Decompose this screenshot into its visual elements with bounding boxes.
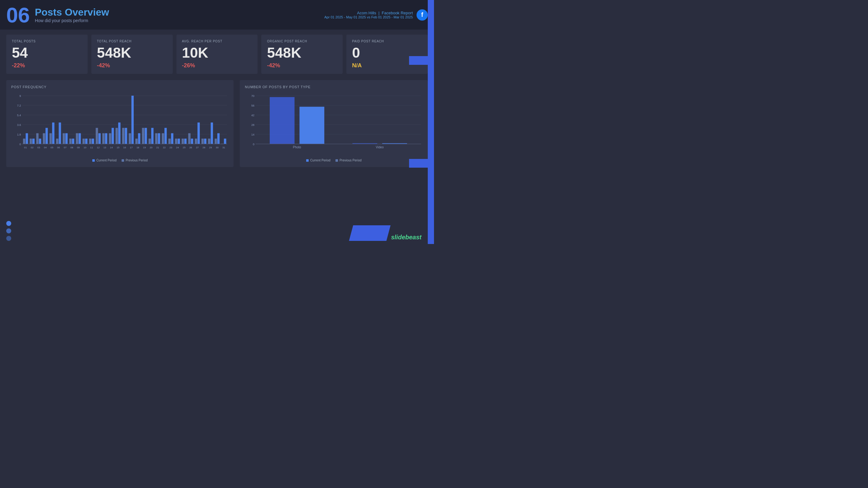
svg-rect-12	[23, 139, 25, 144]
svg-rect-75	[162, 133, 164, 144]
type-legend-current-dot	[306, 159, 309, 162]
metric-card-total-post-reach: TOTAL POST REACH 548K -42%	[91, 35, 173, 74]
svg-rect-69	[149, 139, 151, 144]
metric-value: 548K	[97, 45, 167, 60]
deco-right-bar	[428, 0, 434, 244]
svg-text:17: 17	[130, 146, 132, 149]
svg-rect-118	[270, 97, 294, 144]
svg-rect-15	[30, 139, 32, 144]
type-legend-previous-label: Previous Period	[340, 159, 362, 162]
svg-text:15: 15	[117, 146, 119, 149]
svg-rect-63	[135, 139, 137, 144]
page-subtitle: How did your posts perform	[35, 18, 109, 23]
svg-rect-36	[76, 133, 78, 144]
svg-text:28: 28	[203, 146, 206, 149]
svg-rect-55	[118, 123, 120, 144]
facebook-icon: f	[416, 9, 428, 21]
legend-current-label: Current Period	[96, 159, 117, 162]
svg-text:21: 21	[156, 146, 159, 149]
svg-text:19: 19	[143, 146, 146, 149]
svg-rect-27	[56, 139, 58, 144]
svg-rect-82	[178, 139, 180, 144]
header-right: Acom Hills | Facebook Report Apr 01 2025…	[324, 9, 428, 21]
svg-rect-64	[138, 133, 140, 144]
svg-text:18: 18	[136, 146, 140, 149]
deco-circle-2	[6, 228, 11, 233]
svg-rect-91	[197, 123, 199, 144]
svg-text:3.6: 3.6	[17, 123, 21, 127]
slidebeast-brand: slidebeast	[391, 234, 422, 241]
svg-rect-57	[122, 128, 124, 144]
svg-text:26: 26	[189, 146, 192, 149]
svg-rect-52	[112, 128, 114, 144]
svg-text:07: 07	[64, 146, 67, 149]
charts-section: POST FREQUENCY 01.83.65.47.2901020304050…	[0, 80, 434, 167]
svg-text:31: 31	[222, 146, 225, 149]
svg-rect-85	[184, 139, 186, 144]
svg-text:14: 14	[110, 146, 113, 149]
svg-rect-18	[36, 133, 38, 144]
metric-card-avg.-reach-per-post: AVG. REACH PER POST 10K -26%	[177, 35, 258, 74]
deco-accent-bar-1	[409, 56, 428, 65]
svg-text:9: 9	[19, 94, 21, 98]
metric-value: 548K	[267, 45, 337, 60]
svg-text:42: 42	[251, 114, 254, 117]
page-title: Posts Overview	[35, 6, 109, 18]
svg-text:56: 56	[251, 104, 254, 107]
bottom-right-decoration: slidebeast	[351, 225, 422, 241]
metric-change: -26%	[182, 62, 252, 69]
metric-label: AVG. REACH PER POST	[182, 40, 252, 43]
svg-text:5.4: 5.4	[17, 114, 21, 117]
metric-change: -22%	[12, 62, 82, 69]
metric-card-paid-post-reach: PAID POST REACH 0 N/A	[346, 35, 428, 74]
metric-label: TOTAL POST REACH	[97, 40, 167, 43]
deco-parallelogram	[349, 225, 390, 241]
svg-text:13: 13	[103, 146, 106, 149]
type-legend-previous: Previous Period	[336, 159, 362, 162]
date-range: Apr 01 2025 - May 01 2025 vs Feb 01 2025…	[324, 15, 413, 19]
type-legend: Current Period Previous Period	[245, 159, 423, 162]
svg-rect-21	[43, 133, 45, 144]
page-header: 06 Posts Overview How did your posts per…	[0, 0, 434, 30]
frequency-legend: Current Period Previous Period	[11, 159, 228, 162]
svg-rect-16	[32, 139, 35, 144]
svg-text:11: 11	[90, 146, 93, 149]
svg-rect-66	[142, 128, 144, 144]
svg-text:1.8: 1.8	[17, 133, 21, 136]
svg-rect-70	[151, 128, 153, 144]
svg-rect-78	[168, 139, 170, 144]
svg-text:23: 23	[169, 146, 173, 149]
svg-text:0: 0	[19, 143, 21, 146]
svg-text:03: 03	[37, 146, 40, 149]
svg-rect-28	[59, 123, 61, 144]
svg-rect-33	[69, 139, 71, 144]
svg-rect-87	[188, 133, 190, 144]
svg-text:06: 06	[57, 146, 60, 149]
deco-circle-3	[6, 236, 11, 241]
svg-text:02: 02	[31, 146, 34, 149]
type-svg: 01428425670PhotoVideo	[245, 93, 423, 155]
metrics-row: TOTAL POSTS 54 -22% TOTAL POST REACH 548…	[0, 30, 434, 79]
metric-card-organic-post-reach: ORGANIC POST REACH 548K -42%	[261, 35, 343, 74]
svg-rect-54	[116, 128, 118, 144]
svg-rect-93	[202, 139, 204, 144]
header-title-block: Posts Overview How did your posts perfor…	[35, 6, 109, 23]
metric-change: -42%	[97, 62, 167, 69]
svg-text:08: 08	[70, 146, 73, 149]
svg-rect-22	[45, 128, 48, 144]
post-frequency-title: POST FREQUENCY	[11, 85, 228, 89]
svg-rect-45	[96, 128, 98, 144]
post-type-chart: NUMBER OF POSTS BY POST TYPE 01428425670…	[240, 80, 428, 167]
svg-rect-42	[89, 139, 91, 144]
svg-text:30: 30	[216, 146, 219, 149]
frequency-svg: 01.83.65.47.2901020304050607080910111213…	[11, 93, 228, 155]
svg-text:16: 16	[123, 146, 126, 149]
metric-card-total-posts: TOTAL POSTS 54 -22%	[6, 35, 88, 74]
svg-rect-119	[300, 106, 324, 144]
metric-value: 10K	[182, 45, 252, 60]
svg-text:10: 10	[84, 146, 86, 149]
svg-rect-19	[39, 139, 41, 144]
svg-rect-46	[98, 133, 100, 144]
legend-previous-label: Previous Period	[126, 159, 148, 162]
post-frequency-chart-area: 01.83.65.47.2901020304050607080910111213…	[11, 93, 228, 156]
